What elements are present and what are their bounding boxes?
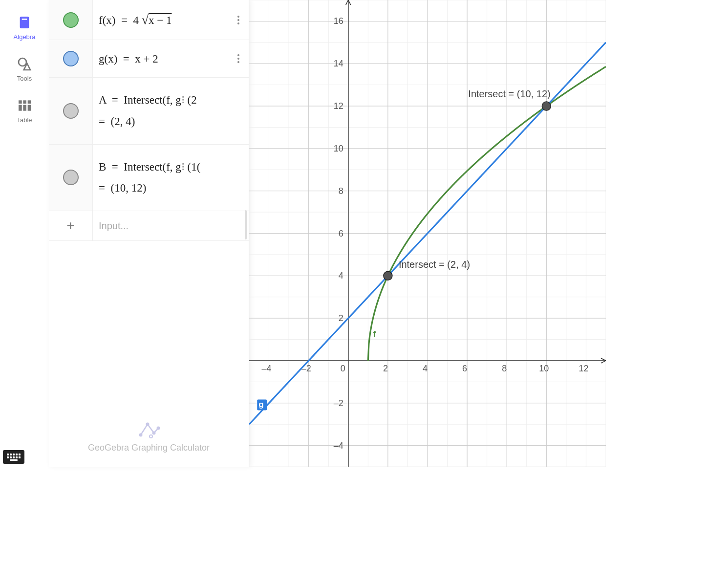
svg-point-107	[542, 102, 551, 110]
svg-point-7	[26, 25, 27, 26]
circle-icon	[63, 51, 79, 66]
graph-canvas[interactable]: –4–2024681012–4–2246810121416fgIntersect…	[249, 0, 606, 467]
nav-algebra-label: Algebra	[14, 33, 36, 41]
svg-text:–2: –2	[301, 364, 311, 373]
expression-formula: f(x) = 4 √x − 1	[99, 8, 171, 32]
nav-table-label: Table	[17, 116, 32, 124]
svg-rect-14	[28, 105, 31, 111]
visibility-toggle[interactable]	[49, 78, 93, 144]
svg-rect-10	[23, 100, 26, 104]
svg-text:16: 16	[334, 16, 343, 26]
svg-rect-13	[23, 105, 26, 111]
svg-point-17	[152, 432, 155, 435]
expression-formula: A = Intersect(f, g⁝ (2= (2, 4)	[99, 89, 197, 132]
svg-text:8: 8	[339, 186, 343, 196]
visibility-toggle[interactable]	[49, 40, 93, 77]
svg-rect-11	[28, 100, 31, 104]
svg-point-6	[24, 25, 25, 26]
scroll-indicator	[245, 210, 247, 239]
svg-text:6: 6	[339, 229, 343, 238]
circle-icon	[63, 12, 79, 28]
input-row[interactable]: + Input...	[49, 211, 249, 241]
expression-row[interactable]: B = Intersect(f, g⁝ (1(= (10, 12)	[49, 145, 249, 211]
svg-text:Intersect = (10, 12): Intersect = (10, 12)	[468, 88, 550, 99]
svg-text:6: 6	[462, 364, 467, 373]
geogebra-logo-icon	[138, 421, 160, 439]
svg-text:12: 12	[334, 101, 343, 111]
svg-point-3	[24, 22, 25, 24]
svg-text:–2: –2	[334, 398, 343, 408]
algebra-panel: f(x) = 4 √x − 1 g(x) = x + 2 A = Interse…	[49, 0, 249, 467]
svg-text:–4: –4	[334, 441, 343, 451]
svg-point-15	[139, 433, 142, 437]
svg-point-2	[22, 22, 23, 24]
table-icon	[17, 98, 32, 113]
svg-point-105	[384, 271, 392, 280]
svg-point-5	[22, 25, 23, 26]
svg-text:Intersect = (2, 4): Intersect = (2, 4)	[399, 259, 470, 270]
svg-rect-1	[21, 18, 27, 21]
svg-rect-12	[19, 105, 22, 111]
nav-table[interactable]: Table	[0, 98, 49, 124]
expression-row[interactable]: A = Intersect(f, g⁝ (2= (2, 4)	[49, 78, 249, 144]
svg-text:0: 0	[341, 364, 345, 373]
visibility-toggle[interactable]	[49, 0, 93, 40]
svg-text:f: f	[373, 329, 376, 339]
svg-point-16	[146, 423, 149, 426]
svg-text:12: 12	[578, 364, 588, 373]
expression-formula: B = Intersect(f, g⁝ (1(= (10, 12)	[99, 156, 199, 199]
expression-input[interactable]: Input...	[93, 211, 249, 240]
svg-text:2: 2	[339, 313, 343, 323]
shapes-icon	[17, 56, 32, 72]
svg-text:–4: –4	[262, 364, 272, 373]
svg-point-19	[150, 435, 152, 438]
expression-row[interactable]: g(x) = x + 2	[49, 40, 249, 78]
panel-footer: GeoGebra Graphing Calculator	[49, 421, 249, 467]
svg-text:8: 8	[502, 364, 507, 373]
expression-row[interactable]: f(x) = 4 √x − 1	[49, 0, 249, 40]
nav-sidebar: Algebra Tools Table	[0, 0, 49, 467]
svg-text:10: 10	[539, 364, 549, 373]
circle-icon	[63, 170, 79, 185]
svg-text:g: g	[258, 400, 263, 409]
svg-text:2: 2	[383, 364, 388, 373]
circle-icon	[63, 103, 79, 119]
calculator-icon	[17, 15, 32, 30]
svg-point-4	[26, 22, 27, 24]
svg-text:4: 4	[339, 271, 343, 281]
nav-algebra[interactable]: Algebra	[0, 15, 49, 41]
visibility-toggle[interactable]	[49, 145, 93, 211]
svg-text:4: 4	[423, 364, 428, 373]
footer-text: GeoGebra Graphing Calculator	[49, 443, 249, 453]
svg-point-8	[19, 58, 26, 66]
expression-formula: g(x) = x + 2	[99, 48, 158, 70]
svg-rect-9	[19, 100, 22, 104]
svg-text:14: 14	[334, 59, 343, 68]
svg-text:10: 10	[334, 144, 343, 153]
nav-tools[interactable]: Tools	[0, 56, 49, 82]
keyboard-button[interactable]	[3, 450, 24, 464]
nav-tools-label: Tools	[17, 75, 32, 82]
more-button[interactable]	[234, 54, 243, 63]
svg-point-18	[156, 427, 160, 430]
add-expression-button[interactable]: +	[49, 211, 93, 240]
more-button[interactable]	[234, 16, 243, 24]
